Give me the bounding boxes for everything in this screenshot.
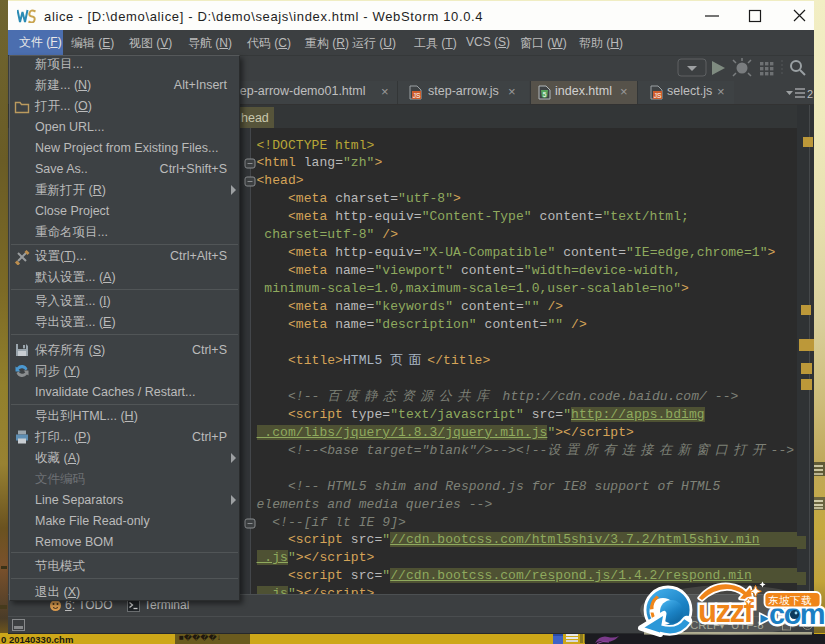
svg-text:JS: JS <box>413 92 421 99</box>
svg-text:JS: JS <box>654 92 662 99</box>
svg-text:东坡下载: 东坡下载 <box>768 594 812 606</box>
svg-text:5: 5 <box>543 91 547 98</box>
svg-text:uzzf: uzzf <box>698 594 754 629</box>
svg-text:2: 2 <box>807 88 813 100</box>
